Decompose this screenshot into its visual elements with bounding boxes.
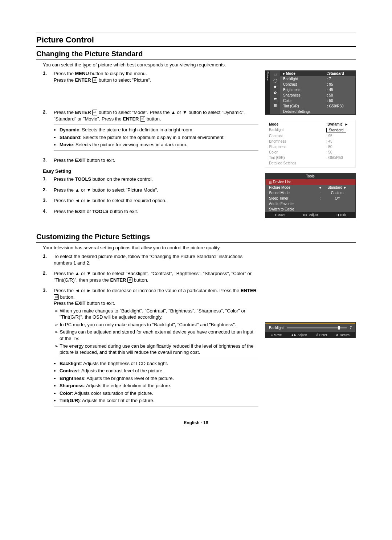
step-3: 3. Press the EXIT button to exit. <box>43 157 258 164</box>
intro-b: Your television has several setting opti… <box>43 245 356 250</box>
cstep-3: 3. Press the ◄ or ► button to decrease o… <box>43 287 258 409</box>
enter-icon: ⏎ <box>54 294 59 300</box>
enter-icon: ⏎ <box>92 77 97 83</box>
osd-category-icons: ▭◯◆✿⇄▦ <box>270 71 280 114</box>
easy-step-2: 2.Press the ▲ or ▼ button to select "Pic… <box>43 187 258 193</box>
heading-customizing: Customizing the Picture Settings <box>36 233 356 241</box>
rule <box>36 242 356 243</box>
section-title: Picture Control <box>36 35 356 45</box>
step-1: 1. Press the MENU button to display the … <box>43 70 258 83</box>
osd-mode-select: Mode:Dynamic ► BacklightStandard Contras… <box>265 120 356 168</box>
heading-changing-standard: Changing the Picture Standard <box>36 50 356 58</box>
notes: When you make changes to "Backlight", "C… <box>54 308 258 356</box>
easy-step-4: 4.Press the EXIT or TOOLS button to exit… <box>43 208 258 215</box>
intro-a: You can select the type of picture which… <box>43 62 356 68</box>
enter-icon: ⏎ <box>140 116 145 122</box>
easy-step-1: 1.Press the TOOLS button on the remote c… <box>43 176 258 183</box>
slider-knob <box>338 326 340 330</box>
osd-picture-menu: Picture ▭◯◆✿⇄▦ ▸ Mode:StandardBacklight:… <box>265 70 356 115</box>
cstep-2: 2.Press the ▲ or ▼ button to select "Bac… <box>43 270 258 283</box>
page-footer: English - 18 <box>36 420 356 425</box>
osd-backlight-slider: Backlight 7 ♦ Move◄► Adjust⏎ Enter↺ Retu… <box>265 322 356 338</box>
easy-step-3: 3.Press the ◄ or ► button to select the … <box>43 197 258 204</box>
setting-definitions: Backlight: Adjusts the brightness of LCD… <box>54 360 258 404</box>
mode-descriptions: Dynamic: Selects the picture for high-de… <box>54 127 258 148</box>
cstep-1: 1.To select the desired picture mode, fo… <box>43 253 258 266</box>
rule <box>36 60 356 60</box>
step-2: 2. Press the ENTER ⏎ button to select "M… <box>43 109 258 153</box>
rule <box>36 46 356 47</box>
enter-icon: ⏎ <box>92 110 97 115</box>
easy-setting-heading: Easy Setting <box>43 168 258 174</box>
enter-icon: ⏎ <box>127 277 132 283</box>
slider-track <box>287 327 347 328</box>
osd-tools-menu: Tools ▤ Device ListPicture Mode◄Standard… <box>265 173 356 218</box>
